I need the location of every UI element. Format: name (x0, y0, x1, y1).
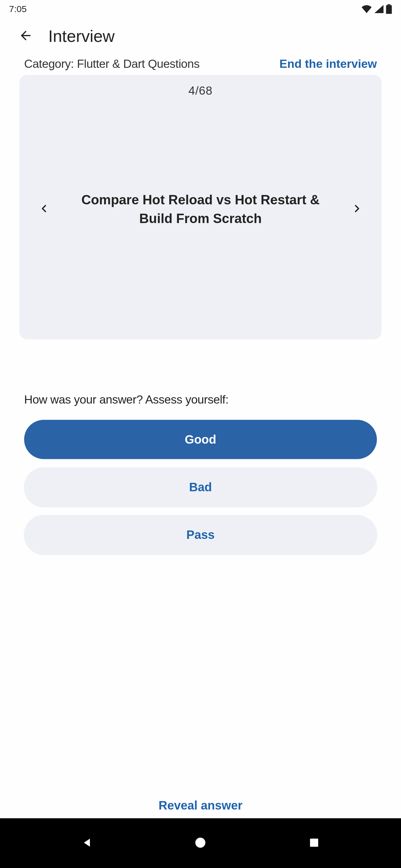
cell-signal-icon (374, 5, 383, 13)
battery-icon (386, 4, 392, 14)
pass-button[interactable]: Pass (24, 515, 377, 554)
nav-home-button[interactable] (191, 834, 209, 852)
category-label: Category: Flutter & Dart Questions (24, 57, 199, 70)
app-bar: Interview (0, 18, 401, 54)
svg-rect-3 (310, 838, 318, 846)
triangle-back-icon (81, 837, 93, 850)
question-card: 4/68 Compare Hot Reload vs Hot Restart &… (20, 75, 381, 339)
status-time: 7:05 (9, 4, 27, 14)
page-title: Interview (48, 27, 115, 46)
chevron-left-icon (38, 203, 50, 216)
chevron-right-icon (351, 203, 363, 216)
prev-question-button[interactable] (35, 200, 53, 218)
svg-point-2 (196, 838, 205, 847)
question-counter: 4/68 (20, 75, 381, 97)
nav-recents-button[interactable] (305, 834, 323, 852)
back-button[interactable] (18, 29, 33, 44)
question-text: Compare Hot Reload vs Hot Restart & Buil… (53, 190, 348, 227)
reveal-answer-button[interactable]: Reveal answer (0, 799, 401, 812)
good-button[interactable]: Good (24, 420, 377, 459)
system-nav-bar (0, 818, 401, 868)
svg-rect-0 (386, 5, 392, 14)
status-bar: 7:05 (0, 0, 401, 18)
status-icons (361, 4, 392, 14)
assessment-section: How was your answer? Assess yourself: Go… (0, 339, 401, 563)
bad-button[interactable]: Bad (24, 467, 377, 507)
nav-back-button[interactable] (78, 834, 96, 852)
end-interview-link[interactable]: End the interview (279, 57, 377, 70)
arrow-left-icon (19, 28, 33, 44)
wifi-icon (361, 5, 372, 13)
circle-home-icon (194, 837, 206, 850)
next-question-button[interactable] (348, 200, 366, 218)
square-recents-icon (309, 837, 319, 849)
svg-rect-1 (388, 4, 391, 5)
category-row: Category: Flutter & Dart Questions End t… (0, 54, 401, 75)
assessment-prompt: How was your answer? Assess yourself: (24, 393, 377, 406)
